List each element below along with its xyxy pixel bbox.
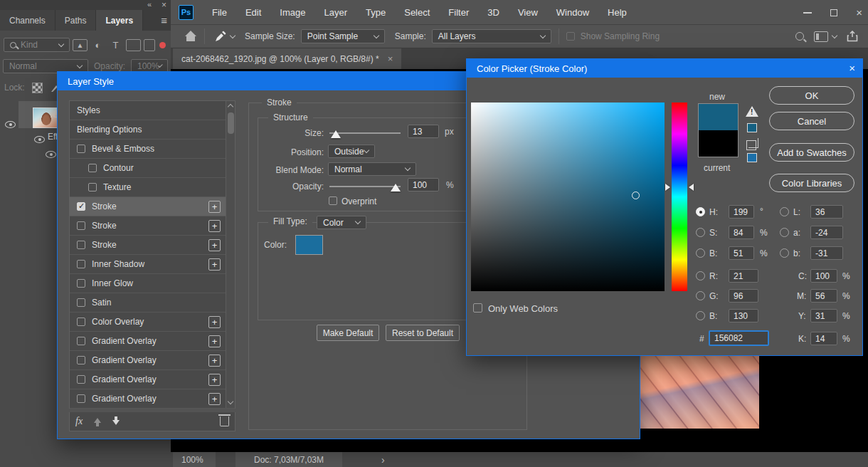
sample-size-select[interactable]: Point Sample [301, 29, 385, 43]
tab-paths[interactable]: Paths [55, 10, 97, 31]
a-radio[interactable] [780, 228, 789, 237]
color-overlay-checkbox[interactable] [77, 318, 85, 326]
hue-slider-marker-left[interactable] [665, 184, 670, 191]
opacity-slider-thumb[interactable] [391, 184, 401, 191]
layer-filter-toggle-icon[interactable] [159, 42, 166, 48]
styles-list-item-styles[interactable]: Styles [70, 101, 235, 120]
l-radio[interactable] [780, 207, 789, 216]
stroke-opacity-field[interactable] [408, 178, 439, 191]
gradient-overlay-1-checkbox[interactable] [77, 337, 85, 345]
pixel-layer-filter-icon[interactable]: ▲ [73, 39, 88, 51]
add-gradient-overlay-icon[interactable]: + [208, 335, 221, 347]
styles-list-item-inner-glow[interactable]: Inner Glow [70, 274, 235, 293]
bevel-emboss-checkbox[interactable] [77, 145, 85, 153]
move-effect-up-icon[interactable] [94, 414, 101, 423]
scrollbar-thumb[interactable] [228, 112, 234, 134]
search-icon[interactable] [795, 32, 804, 41]
gradient-overlay-4-checkbox[interactable] [77, 394, 85, 403]
gamut-warning-icon[interactable] [746, 106, 758, 117]
gradient-overlay-2-checkbox[interactable] [77, 356, 85, 364]
menu-window[interactable]: Window [556, 7, 589, 18]
scroll-down-icon[interactable] [228, 399, 233, 404]
b2-field[interactable] [729, 309, 758, 322]
size-slider[interactable] [329, 132, 401, 134]
fx-icon[interactable]: fx [75, 416, 83, 427]
menu-layer[interactable]: Layer [324, 7, 348, 18]
add-gradient-overlay-icon[interactable]: + [208, 374, 221, 386]
r-field[interactable] [729, 269, 758, 283]
fill-type-select[interactable]: Color [317, 216, 366, 229]
web-color-swatch[interactable] [747, 153, 757, 162]
gradient-overlay-3-checkbox[interactable] [77, 375, 85, 384]
add-color-overlay-icon[interactable]: + [208, 316, 221, 328]
overprint-checkbox[interactable] [329, 196, 337, 205]
menu-select[interactable]: Select [404, 7, 430, 18]
smart-object-filter-icon[interactable] [144, 39, 155, 51]
styles-list-item-bevel-emboss[interactable]: Bevel & Emboss [70, 140, 235, 159]
delete-effect-icon[interactable] [220, 416, 229, 426]
panel-menu-icon[interactable]: ≡ [161, 14, 167, 26]
zoom-level-field[interactable]: 100% [173, 452, 216, 467]
styles-list-item-gradient-overlay-4[interactable]: Gradient Overlay+ [70, 389, 235, 409]
minimize-icon[interactable] [803, 12, 812, 14]
r-radio[interactable] [696, 271, 705, 280]
lab-b-field[interactable] [810, 246, 843, 260]
gamut-color-swatch[interactable] [747, 123, 757, 132]
maximize-icon[interactable] [830, 9, 837, 16]
h-field[interactable] [729, 205, 754, 219]
add-stroke-icon[interactable]: + [208, 201, 221, 213]
eyedropper-tool-icon[interactable] [215, 31, 226, 42]
inner-shadow-checkbox[interactable] [77, 260, 85, 268]
styles-list-scrollbar[interactable] [226, 101, 235, 408]
dialog-close-icon[interactable]: × [849, 62, 855, 74]
add-inner-shadow-icon[interactable]: + [208, 258, 221, 271]
stroke-3-checkbox[interactable] [77, 241, 85, 249]
g-field[interactable] [729, 289, 758, 303]
position-select[interactable]: Outside [328, 145, 375, 158]
menu-edit[interactable]: Edit [245, 7, 261, 18]
only-web-colors-checkbox[interactable] [473, 303, 482, 313]
adjustment-layer-filter-icon[interactable]: ◐ [90, 39, 105, 51]
b-radio[interactable] [696, 248, 705, 258]
cancel-button[interactable]: Cancel [769, 112, 854, 130]
add-stroke-icon[interactable]: + [208, 239, 221, 251]
g-radio[interactable] [696, 291, 705, 300]
inner-glow-checkbox[interactable] [77, 279, 85, 288]
move-effect-down-icon[interactable] [112, 420, 120, 429]
status-chevron-icon[interactable]: › [381, 454, 385, 466]
styles-list-item-gradient-overlay-3[interactable]: Gradient Overlay+ [70, 370, 235, 389]
y-field[interactable] [810, 309, 837, 322]
color-field-cursor[interactable] [632, 191, 640, 199]
stroke-blend-mode-select[interactable]: Normal [328, 162, 416, 176]
lab-b-radio[interactable] [780, 248, 789, 258]
color-libraries-button[interactable]: Color Libraries [769, 174, 854, 192]
type-layer-filter-icon[interactable]: T [108, 39, 123, 51]
add-to-swatches-button[interactable]: Add to Swatches [769, 143, 854, 162]
menu-filter[interactable]: Filter [448, 7, 469, 18]
stroke-effect-eye-icon[interactable] [46, 151, 56, 158]
satin-checkbox[interactable] [77, 298, 85, 307]
document-image[interactable] [640, 356, 759, 429]
shape-layer-filter-icon[interactable] [126, 39, 141, 51]
ok-button[interactable]: OK [769, 86, 854, 105]
reset-to-default-button[interactable]: Reset to Default [386, 325, 460, 341]
tab-channels[interactable]: Channels [0, 10, 55, 31]
s-radio[interactable] [696, 228, 705, 237]
size-field[interactable] [408, 125, 439, 138]
menu-file[interactable]: File [212, 7, 227, 18]
scroll-up-icon[interactable] [228, 104, 233, 110]
current-color-swatch[interactable] [699, 130, 738, 157]
window-close-icon[interactable]: × [856, 9, 862, 16]
styles-list-item-stroke-3[interactable]: Stroke+ [70, 236, 235, 255]
close-panel-icon[interactable]: × [162, 0, 166, 10]
c-field[interactable] [810, 269, 837, 283]
styles-list-item-stroke-1[interactable]: Stroke+ [70, 197, 235, 216]
make-default-button[interactable]: Make Default [317, 325, 379, 341]
tab-layers[interactable]: Layers [96, 10, 143, 31]
document-tab[interactable]: cat-2068462_1920.jpg @ 100% (Layer 0, RG… [173, 48, 401, 69]
styles-list-item-color-overlay[interactable]: Color Overlay+ [70, 313, 235, 332]
h-radio[interactable] [696, 207, 705, 216]
k-field[interactable] [810, 332, 837, 345]
a-field[interactable] [810, 226, 843, 239]
collapse-panel-icon[interactable]: « [147, 0, 152, 9]
